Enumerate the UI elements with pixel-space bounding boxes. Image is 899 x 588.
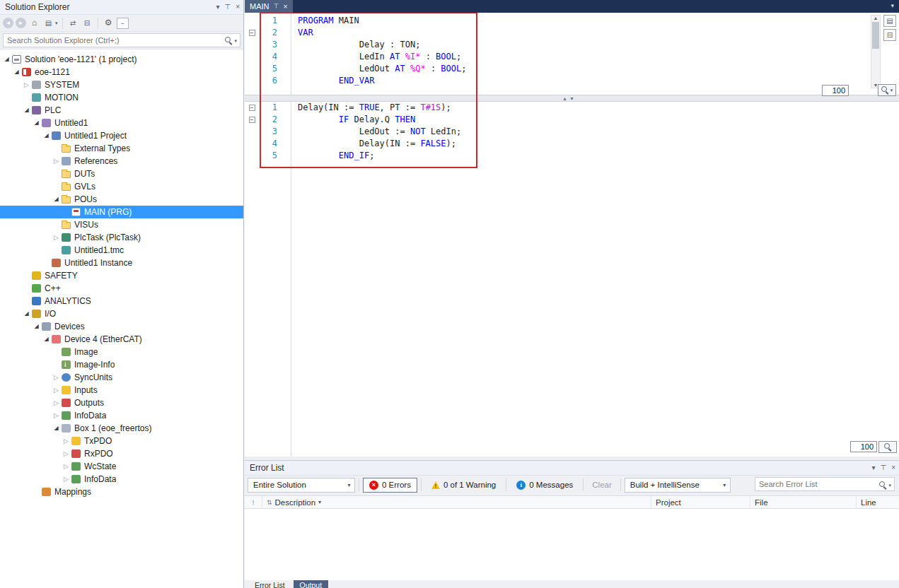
code-line[interactable]: 1PROGRAM MAIN (245, 15, 899, 27)
fold-marker-icon[interactable]: − (245, 30, 259, 36)
tree-expander-icon[interactable]: ▷ (52, 396, 61, 409)
outline-view-icon[interactable]: ▤ (883, 15, 896, 27)
zoom-icon[interactable]: ▾ (878, 84, 896, 96)
scrollbar-thumb[interactable] (872, 22, 879, 49)
properties-wrench-icon[interactable]: ⚙ (103, 17, 115, 29)
warnings-filter-button[interactable]: ! 0 of 1 Warning (425, 478, 502, 493)
preview-selected-items-icon[interactable]: − (117, 18, 129, 29)
pin-icon[interactable]: ⊤ (880, 464, 886, 471)
tree-expander-icon[interactable]: ▷ (52, 371, 61, 384)
tree-expander-icon[interactable]: ◢ (2, 53, 11, 66)
collapse-all-icon[interactable]: ⊟ (81, 17, 93, 29)
switch-views-icon[interactable]: ▤ (42, 17, 54, 29)
tree-item-duts[interactable]: DUTs (0, 167, 243, 180)
tree-item-image[interactable]: Image (0, 346, 243, 358)
close-icon[interactable]: × (236, 4, 240, 11)
tree-item-visus[interactable]: VISUs (0, 218, 243, 231)
tree-item-untitled1-instance[interactable]: Untitled1 Instance (0, 257, 243, 269)
tree-item-references[interactable]: ▷References (0, 155, 243, 167)
close-icon[interactable]: × (283, 3, 287, 11)
tree-item-syncunits[interactable]: ▷SyncUnits (0, 371, 243, 384)
tree-item-system[interactable]: ▷SYSTEM (0, 78, 243, 91)
clear-button[interactable]: Clear (587, 481, 616, 489)
table-view-icon[interactable]: ⊟ (883, 29, 896, 41)
zoom-level-box[interactable]: 100 (850, 441, 877, 452)
tree-expander-icon[interactable]: ▷ (62, 473, 71, 486)
document-list-chevron-icon[interactable]: ▾ (891, 2, 894, 9)
tree-item-external-types[interactable]: External Types (0, 142, 243, 155)
tree-item-txpdo[interactable]: ▷TxPDO (0, 435, 243, 447)
tab-main[interactable]: MAIN ⊤ × (245, 0, 293, 13)
search-icon[interactable] (879, 481, 887, 489)
tree-expander-icon[interactable]: ◢ (32, 320, 41, 333)
tree-item-solution[interactable]: ◢Solution 'eoe-1121' (1 project) (0, 53, 243, 66)
tab-output[interactable]: Output (294, 580, 329, 588)
tree-expander-icon[interactable]: ◢ (52, 193, 61, 206)
home-icon[interactable]: ⌂ (28, 17, 40, 29)
tree-item-wcstate[interactable]: ▷WcState (0, 460, 243, 473)
tab-error-list[interactable]: Error List (248, 580, 291, 588)
tree-item-image-info[interactable]: Image-Info (0, 358, 243, 371)
error-list-body[interactable] (245, 509, 899, 580)
tree-item-analytics[interactable]: ANALYTICS (0, 295, 243, 307)
pin-icon[interactable]: ⊤ (274, 3, 279, 10)
tree-expander-icon[interactable]: ▷ (52, 409, 61, 422)
tree-expander-icon[interactable]: ◢ (42, 333, 51, 346)
splitter-grip-icon[interactable]: ▲▼ (562, 95, 576, 102)
tree-item-untitled1[interactable]: ◢Untitled1 (0, 117, 243, 129)
code-line[interactable]: 6 END_VAR (245, 75, 899, 87)
tree-expander-icon[interactable]: ◢ (52, 422, 61, 435)
tree-expander-icon[interactable]: ◢ (22, 104, 31, 117)
messages-filter-button[interactable]: i 0 Messages (510, 478, 579, 493)
code-line[interactable]: −2VAR (245, 27, 899, 39)
search-input[interactable] (3, 33, 240, 47)
tree-item-main-prg[interactable]: MAIN (PRG) (0, 206, 243, 218)
tree-item-rxpdo[interactable]: ▷RxPDO (0, 447, 243, 460)
tree-item-plc[interactable]: ◢PLC (0, 104, 243, 117)
zoom-icon[interactable] (878, 441, 897, 453)
tree-item-infodata[interactable]: ▷InfoData (0, 409, 243, 422)
tree-expander-icon[interactable]: ▷ (62, 460, 71, 473)
line-column-header[interactable]: Line (857, 496, 899, 508)
zoom-level-box[interactable]: 100 (822, 85, 849, 96)
code-line[interactable]: 3 LedOut := NOT LedIn; (245, 126, 899, 138)
tree-item-pous[interactable]: ◢POUs (0, 193, 243, 206)
tree-item-untitled1-project[interactable]: ◢Untitled1 Project (0, 129, 243, 142)
tree-item-outputs[interactable]: ▷Outputs (0, 396, 243, 409)
tree-expander-icon[interactable]: ◢ (22, 307, 31, 320)
tree-expander-icon[interactable]: ▷ (52, 155, 61, 167)
code-line[interactable]: 5 END_IF; (245, 150, 899, 162)
tree-item-project-eoe-1121[interactable]: ◢eoe-1121 (0, 66, 243, 78)
tree-item-untitled1-tmc[interactable]: Untitled1.tmc (0, 244, 243, 257)
fold-marker-icon[interactable]: − (245, 105, 259, 111)
tree-expander-icon[interactable]: ▷ (52, 384, 61, 396)
forward-icon[interactable]: ► (16, 18, 26, 28)
tree-item-io[interactable]: ◢I/O (0, 307, 243, 320)
tree-item-infodata-2[interactable]: ▷InfoData (0, 473, 243, 486)
tree-expander-icon[interactable]: ▷ (52, 231, 61, 244)
back-icon[interactable]: ◄ (3, 18, 13, 28)
window-position-chevron-icon[interactable]: ▾ (871, 464, 875, 471)
chevron-down-icon[interactable]: ▾ (55, 20, 58, 26)
tree-expander-icon[interactable]: ◢ (12, 66, 21, 78)
chevron-down-icon[interactable]: ▾ (888, 483, 891, 488)
tree-item-safety[interactable]: SAFETY (0, 269, 243, 282)
tree-expander-icon[interactable]: ▷ (62, 435, 71, 447)
search-icon[interactable] (225, 37, 233, 45)
severity-column-header[interactable]: ! (245, 496, 262, 508)
editor-splitter[interactable]: ▲▼ (245, 95, 899, 102)
implementation-editor[interactable]: −1Delay(IN := TRUE, PT := T#1S);−2 IF De… (245, 102, 899, 457)
source-filter-dropdown[interactable]: Build + IntelliSense ▾ (625, 478, 731, 493)
file-column-header[interactable]: File (750, 496, 857, 508)
fold-marker-icon[interactable]: − (245, 117, 259, 123)
code-line[interactable]: 4 LedIn AT %I* : BOOL; (245, 51, 899, 63)
code-line[interactable]: 5 LedOut AT %Q* : BOOL; (245, 63, 899, 75)
pin-icon[interactable]: ⊤ (224, 4, 231, 11)
tree-item-plctask[interactable]: ▷PlcTask (PlcTask) (0, 231, 243, 244)
close-icon[interactable]: × (891, 464, 895, 471)
errors-filter-button[interactable]: × 0 Errors (363, 478, 417, 493)
code-line[interactable]: −1Delay(IN := TRUE, PT := T#1S); (245, 102, 899, 114)
tree-expander-icon[interactable]: ◢ (42, 129, 51, 142)
sync-with-active-document-icon[interactable]: ⇄ (67, 17, 79, 29)
code-line[interactable]: 4 Delay(IN := FALSE); (245, 138, 899, 150)
